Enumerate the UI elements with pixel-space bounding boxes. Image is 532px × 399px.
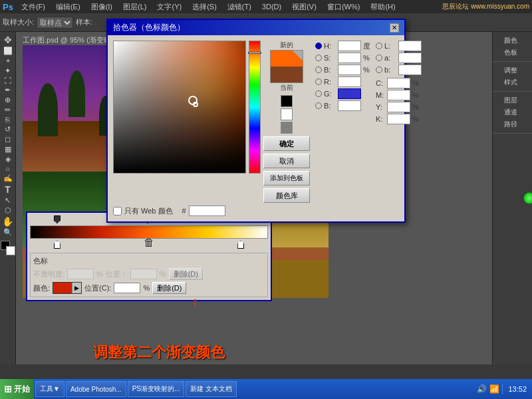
add-to-swatches-button[interactable]: 添加到色板: [263, 171, 310, 186]
radio-r[interactable]: [315, 78, 322, 85]
hue-slider[interactable]: [249, 41, 261, 174]
y-unit: %: [412, 103, 419, 111]
h-input[interactable]: 25: [338, 41, 361, 51]
web-color-row: 只有 Web 颜色 # 7f3906: [113, 205, 310, 216]
dialog-title-bar: 拾色器（色标颜色） ✕: [108, 20, 404, 35]
gradient-opacity-stop-2[interactable]: [237, 241, 244, 249]
panel-color[interactable]: 颜色: [494, 35, 527, 47]
radio-b2[interactable]: [315, 102, 322, 109]
m-input[interactable]: 83: [387, 90, 410, 100]
position-c-input[interactable]: 50: [114, 283, 140, 293]
tool-lasso[interactable]: ⌖: [6, 57, 10, 65]
gradient-color-stop-1[interactable]: [54, 215, 61, 223]
taskbar-new-doc[interactable]: 新建 文本文档: [186, 381, 237, 397]
panel-channels[interactable]: 通道: [494, 106, 527, 118]
start-button[interactable]: ⊞ 开始: [0, 379, 34, 399]
position-input[interactable]: [130, 269, 157, 279]
panel-styles[interactable]: 样式: [494, 76, 527, 88]
swatch-black[interactable]: [281, 95, 293, 107]
k-input[interactable]: 25: [387, 114, 410, 124]
position-label: 位置：: [106, 269, 128, 279]
taskbar-ps-gradient[interactable]: PS渐变映射的...: [128, 381, 185, 397]
menu-window[interactable]: 窗口(W%): [325, 1, 363, 13]
delete-button-1[interactable]: 删除(D): [169, 268, 203, 280]
cancel-button[interactable]: 取消: [263, 154, 310, 168]
tool-zoom[interactable]: 🔍: [3, 228, 13, 237]
menu-layer[interactable]: 图层(L): [120, 1, 149, 13]
b-unit: %: [363, 66, 370, 74]
r-input[interactable]: 127: [338, 76, 361, 87]
swatch-white[interactable]: [281, 108, 293, 120]
watermark: 思辰论坛 www.missyuan.com: [442, 2, 529, 11]
opacity-input[interactable]: [67, 269, 94, 279]
b2-input[interactable]: 6: [338, 100, 361, 111]
b3-input[interactable]: 42: [398, 65, 422, 75]
menu-image[interactable]: 图像(I): [88, 1, 115, 13]
radio-l[interactable]: [376, 43, 382, 49]
system-tray: 🔊 📶: [474, 384, 502, 394]
tool-crop[interactable]: ⛶: [4, 76, 11, 84]
tool-clone[interactable]: ⎘: [5, 116, 10, 124]
hex-input[interactable]: 7f3906: [189, 205, 225, 216]
color-library-button[interactable]: 颜色库: [263, 188, 310, 203]
color-swatch[interactable]: [53, 283, 72, 293]
delete-button-2[interactable]: 删除(D): [152, 282, 186, 294]
radio-s[interactable]: [315, 55, 322, 61]
a-input[interactable]: 29: [398, 53, 422, 63]
panel-layers[interactable]: 图层: [494, 94, 527, 106]
tool-move[interactable]: ✥: [4, 35, 12, 45]
radio-h[interactable]: [315, 43, 322, 49]
l-input[interactable]: 33: [398, 41, 422, 51]
tool-shape[interactable]: ⬡: [5, 206, 11, 215]
g-input[interactable]: 57: [338, 88, 361, 99]
panel-adjustments[interactable]: 调整: [494, 65, 527, 76]
tool-eraser[interactable]: ◻: [5, 135, 11, 144]
position-unit: %: [160, 270, 166, 278]
tool-heal[interactable]: ⊕: [5, 96, 11, 104]
radio-b3[interactable]: [376, 66, 382, 73]
menu-filter[interactable]: 滤镜(T): [225, 1, 254, 13]
menu-3d[interactable]: 3D(D): [259, 2, 284, 11]
tool-brush[interactable]: ✏: [5, 106, 11, 114]
position-c-unit: %: [143, 284, 150, 292]
tool-dodge[interactable]: ○: [5, 165, 10, 173]
sample-size-select[interactable]: 取样点: [37, 17, 73, 29]
menu-select[interactable]: 选择(S): [190, 1, 219, 13]
tool-blur[interactable]: ◈: [5, 155, 11, 164]
ok-button[interactable]: 确定: [263, 136, 310, 151]
tool-marquee[interactable]: ⬜: [3, 47, 13, 55]
delete-stop-icon[interactable]: 🗑: [144, 237, 154, 249]
menu-file[interactable]: 文件(F): [19, 1, 48, 13]
web-only-checkbox[interactable]: [113, 207, 122, 215]
tool-hand[interactable]: ✋: [2, 216, 13, 227]
gradient-opacity-stop-1[interactable]: [54, 241, 61, 249]
radio-b[interactable]: [315, 66, 322, 73]
tool-path-select[interactable]: ↖: [5, 196, 11, 205]
b-input[interactable]: 50: [338, 65, 361, 75]
radio-a[interactable]: [376, 55, 382, 61]
panel-swatches[interactable]: 色板: [494, 47, 527, 59]
swatch-grey[interactable]: [281, 122, 293, 134]
radio-g[interactable]: [315, 90, 322, 97]
menu-help[interactable]: 帮助(H): [368, 1, 398, 13]
menu-edit[interactable]: 编辑(E): [53, 1, 83, 13]
menu-text[interactable]: 文字(Y): [154, 1, 184, 13]
panel-paths[interactable]: 路径: [494, 118, 527, 130]
tool-text[interactable]: T: [5, 184, 11, 195]
tool-magic-wand[interactable]: ✦: [5, 66, 11, 75]
c-input[interactable]: 51: [387, 78, 410, 88]
fg-bg-colors[interactable]: [1, 241, 15, 255]
color-gradient-picker[interactable]: [113, 41, 246, 174]
color-swatch-arrow[interactable]: ▶: [72, 283, 81, 293]
tool-history[interactable]: ↺: [5, 125, 11, 134]
s-input[interactable]: 95: [338, 53, 361, 63]
start-icon: ⊞: [4, 384, 12, 394]
taskbar-photoshop[interactable]: Adobe Photosh...: [66, 381, 126, 397]
menu-view[interactable]: 视图(V): [289, 1, 319, 13]
tool-gradient[interactable]: ▦: [5, 145, 11, 154]
dialog-close-button[interactable]: ✕: [390, 23, 399, 33]
tool-pen[interactable]: ✍: [3, 174, 13, 183]
tool-eyedropper[interactable]: ✒: [5, 86, 11, 94]
taskbar-tools[interactable]: 工具▼: [35, 381, 65, 397]
y-input[interactable]: 100: [387, 102, 410, 112]
